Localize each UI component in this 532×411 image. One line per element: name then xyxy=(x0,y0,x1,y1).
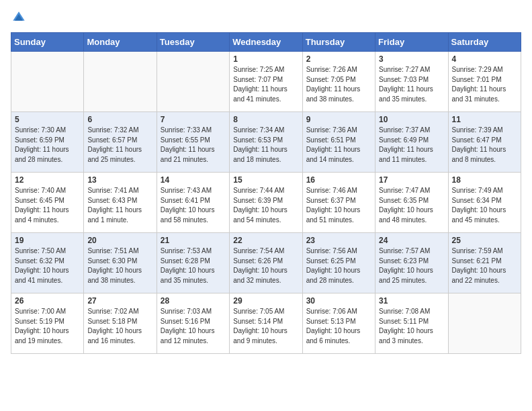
day-number: 6 xyxy=(87,115,152,124)
day-info: Sunrise: 7:30 AM Sunset: 6:59 PM Dayligh… xyxy=(15,126,80,165)
calendar-cell: 28Sunrise: 7:03 AM Sunset: 5:16 PM Dayli… xyxy=(157,293,229,354)
calendar-cell: 29Sunrise: 7:05 AM Sunset: 5:14 PM Dayli… xyxy=(230,293,302,354)
day-info: Sunrise: 7:08 AM Sunset: 5:11 PM Dayligh… xyxy=(379,307,444,346)
calendar-cell: 31Sunrise: 7:08 AM Sunset: 5:11 PM Dayli… xyxy=(375,293,448,354)
day-info: Sunrise: 7:51 AM Sunset: 6:30 PM Dayligh… xyxy=(87,246,152,285)
calendar-header-wednesday: Wednesday xyxy=(230,33,302,52)
calendar-header-friday: Friday xyxy=(375,33,448,52)
calendar-cell: 15Sunrise: 7:44 AM Sunset: 6:39 PM Dayli… xyxy=(230,173,302,233)
calendar-week-1: 1Sunrise: 7:25 AM Sunset: 7:07 PM Daylig… xyxy=(11,52,521,112)
day-number: 28 xyxy=(161,296,226,306)
day-info: Sunrise: 7:50 AM Sunset: 6:32 PM Dayligh… xyxy=(15,246,80,285)
calendar-header-monday: Monday xyxy=(84,33,157,52)
logo xyxy=(11,11,27,24)
calendar-cell: 30Sunrise: 7:06 AM Sunset: 5:13 PM Dayli… xyxy=(302,293,375,354)
day-info: Sunrise: 7:06 AM Sunset: 5:13 PM Dayligh… xyxy=(306,307,371,346)
day-info: Sunrise: 7:39 AM Sunset: 6:47 PM Dayligh… xyxy=(452,126,517,165)
calendar-cell: 9Sunrise: 7:36 AM Sunset: 6:51 PM Daylig… xyxy=(302,112,375,173)
page-header xyxy=(11,11,521,24)
day-number: 23 xyxy=(306,236,371,245)
day-number: 12 xyxy=(15,175,80,185)
calendar-header-tuesday: Tuesday xyxy=(157,33,229,52)
calendar-cell: 14Sunrise: 7:43 AM Sunset: 6:41 PM Dayli… xyxy=(157,173,229,233)
calendar-cell: 19Sunrise: 7:50 AM Sunset: 6:32 PM Dayli… xyxy=(11,233,84,293)
calendar-cell: 25Sunrise: 7:59 AM Sunset: 6:21 PM Dayli… xyxy=(448,233,521,293)
logo-icon xyxy=(12,11,26,24)
day-number: 27 xyxy=(87,296,152,306)
day-info: Sunrise: 7:34 AM Sunset: 6:53 PM Dayligh… xyxy=(233,126,298,165)
day-info: Sunrise: 7:56 AM Sunset: 6:25 PM Dayligh… xyxy=(306,246,371,285)
calendar-cell: 17Sunrise: 7:47 AM Sunset: 6:35 PM Dayli… xyxy=(375,173,448,233)
day-number: 18 xyxy=(452,175,517,185)
day-info: Sunrise: 7:46 AM Sunset: 6:37 PM Dayligh… xyxy=(306,186,371,225)
day-info: Sunrise: 7:32 AM Sunset: 6:57 PM Dayligh… xyxy=(87,126,152,165)
day-number: 10 xyxy=(379,115,444,124)
calendar-cell: 8Sunrise: 7:34 AM Sunset: 6:53 PM Daylig… xyxy=(230,112,302,173)
day-info: Sunrise: 7:41 AM Sunset: 6:43 PM Dayligh… xyxy=(87,186,152,225)
calendar-cell: 11Sunrise: 7:39 AM Sunset: 6:47 PM Dayli… xyxy=(448,112,521,173)
day-number: 17 xyxy=(379,175,444,185)
calendar-cell: 6Sunrise: 7:32 AM Sunset: 6:57 PM Daylig… xyxy=(84,112,157,173)
calendar-body: 1Sunrise: 7:25 AM Sunset: 7:07 PM Daylig… xyxy=(11,52,521,354)
day-info: Sunrise: 7:49 AM Sunset: 6:34 PM Dayligh… xyxy=(452,186,517,225)
calendar-week-3: 12Sunrise: 7:40 AM Sunset: 6:45 PM Dayli… xyxy=(11,173,521,233)
day-number: 3 xyxy=(379,54,444,64)
calendar-cell: 2Sunrise: 7:26 AM Sunset: 7:05 PM Daylig… xyxy=(302,52,375,112)
calendar-table: SundayMondayTuesdayWednesdayThursdayFrid… xyxy=(11,32,521,354)
calendar-cell: 16Sunrise: 7:46 AM Sunset: 6:37 PM Dayli… xyxy=(302,173,375,233)
day-number: 2 xyxy=(306,54,371,64)
calendar-cell xyxy=(11,52,84,112)
day-number: 4 xyxy=(452,54,517,64)
day-number: 14 xyxy=(161,175,226,185)
day-info: Sunrise: 7:43 AM Sunset: 6:41 PM Dayligh… xyxy=(161,186,226,225)
day-number: 15 xyxy=(233,175,298,185)
day-info: Sunrise: 7:36 AM Sunset: 6:51 PM Dayligh… xyxy=(306,126,371,165)
day-info: Sunrise: 7:02 AM Sunset: 5:18 PM Dayligh… xyxy=(87,307,152,346)
day-info: Sunrise: 7:33 AM Sunset: 6:55 PM Dayligh… xyxy=(161,126,226,165)
day-info: Sunrise: 7:47 AM Sunset: 6:35 PM Dayligh… xyxy=(379,186,444,225)
calendar-cell: 24Sunrise: 7:57 AM Sunset: 6:23 PM Dayli… xyxy=(375,233,448,293)
calendar-cell: 12Sunrise: 7:40 AM Sunset: 6:45 PM Dayli… xyxy=(11,173,84,233)
calendar-cell xyxy=(448,293,521,354)
calendar-cell: 23Sunrise: 7:56 AM Sunset: 6:25 PM Dayli… xyxy=(302,233,375,293)
calendar-header-thursday: Thursday xyxy=(302,33,375,52)
calendar-cell: 3Sunrise: 7:27 AM Sunset: 7:03 PM Daylig… xyxy=(375,52,448,112)
day-number: 13 xyxy=(87,175,152,185)
day-info: Sunrise: 7:03 AM Sunset: 5:16 PM Dayligh… xyxy=(161,307,226,346)
calendar-cell: 13Sunrise: 7:41 AM Sunset: 6:43 PM Dayli… xyxy=(84,173,157,233)
day-number: 7 xyxy=(161,115,226,124)
day-number: 26 xyxy=(15,296,80,306)
day-number: 19 xyxy=(15,236,80,245)
calendar-cell: 20Sunrise: 7:51 AM Sunset: 6:30 PM Dayli… xyxy=(84,233,157,293)
day-number: 31 xyxy=(379,296,444,306)
day-number: 24 xyxy=(379,236,444,245)
calendar-cell: 5Sunrise: 7:30 AM Sunset: 6:59 PM Daylig… xyxy=(11,112,84,173)
calendar-cell: 18Sunrise: 7:49 AM Sunset: 6:34 PM Dayli… xyxy=(448,173,521,233)
calendar-cell: 26Sunrise: 7:00 AM Sunset: 5:19 PM Dayli… xyxy=(11,293,84,354)
calendar-cell: 7Sunrise: 7:33 AM Sunset: 6:55 PM Daylig… xyxy=(157,112,229,173)
calendar-cell: 4Sunrise: 7:29 AM Sunset: 7:01 PM Daylig… xyxy=(448,52,521,112)
calendar-cell xyxy=(84,52,157,112)
day-number: 30 xyxy=(306,296,371,306)
day-info: Sunrise: 7:27 AM Sunset: 7:03 PM Dayligh… xyxy=(379,65,444,104)
day-info: Sunrise: 7:05 AM Sunset: 5:14 PM Dayligh… xyxy=(233,307,298,346)
day-info: Sunrise: 7:57 AM Sunset: 6:23 PM Dayligh… xyxy=(379,246,444,285)
day-info: Sunrise: 7:29 AM Sunset: 7:01 PM Dayligh… xyxy=(452,65,517,104)
day-info: Sunrise: 7:40 AM Sunset: 6:45 PM Dayligh… xyxy=(15,186,80,225)
calendar-cell xyxy=(157,52,229,112)
day-number: 22 xyxy=(233,236,298,245)
calendar-cell: 10Sunrise: 7:37 AM Sunset: 6:49 PM Dayli… xyxy=(375,112,448,173)
day-info: Sunrise: 7:37 AM Sunset: 6:49 PM Dayligh… xyxy=(379,126,444,165)
day-info: Sunrise: 7:44 AM Sunset: 6:39 PM Dayligh… xyxy=(233,186,298,225)
day-number: 11 xyxy=(452,115,517,124)
day-number: 16 xyxy=(306,175,371,185)
calendar-week-2: 5Sunrise: 7:30 AM Sunset: 6:59 PM Daylig… xyxy=(11,112,521,173)
calendar-header-sunday: Sunday xyxy=(11,33,84,52)
day-info: Sunrise: 7:53 AM Sunset: 6:28 PM Dayligh… xyxy=(161,246,226,285)
day-number: 8 xyxy=(233,115,298,124)
day-number: 21 xyxy=(161,236,226,245)
day-info: Sunrise: 7:25 AM Sunset: 7:07 PM Dayligh… xyxy=(233,65,298,104)
calendar-cell: 22Sunrise: 7:54 AM Sunset: 6:26 PM Dayli… xyxy=(230,233,302,293)
calendar-cell: 1Sunrise: 7:25 AM Sunset: 7:07 PM Daylig… xyxy=(230,52,302,112)
calendar-cell: 27Sunrise: 7:02 AM Sunset: 5:18 PM Dayli… xyxy=(84,293,157,354)
